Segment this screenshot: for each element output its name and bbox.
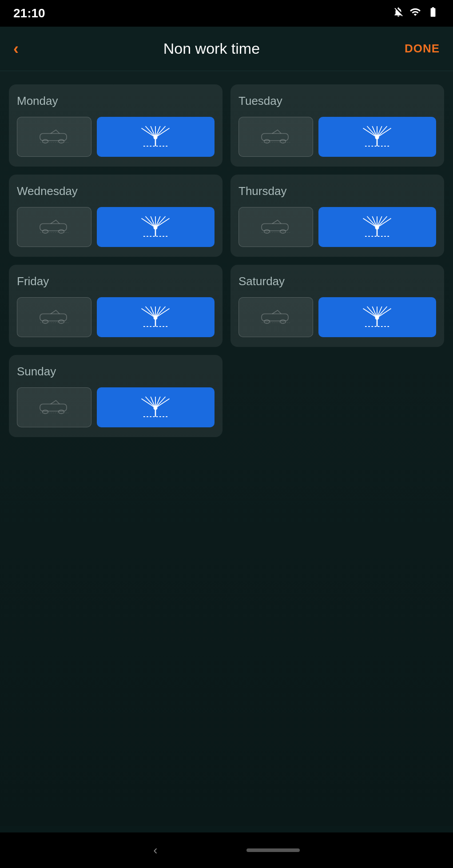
mower-icon-friday: [36, 307, 72, 328]
mower-icon-sunday: [36, 397, 72, 418]
header: ‹ Non work time DONE: [0, 27, 453, 71]
day-label-saturday: Saturday: [238, 275, 436, 288]
mower-icon-monday: [36, 126, 72, 148]
sprinkler-button-friday[interactable]: [97, 297, 215, 337]
day-card-thursday: Thursday: [230, 175, 444, 257]
day-card-saturday: Saturday: [230, 265, 444, 347]
mower-button-sunday[interactable]: [17, 387, 91, 427]
day-grid-row-3: Friday: [9, 265, 444, 347]
day-buttons-monday: [17, 117, 215, 157]
main-content: Monday: [0, 71, 453, 826]
day-card-monday: Monday: [9, 84, 223, 167]
back-button[interactable]: ‹: [13, 40, 19, 58]
sprinkler-button-saturday[interactable]: [318, 297, 436, 337]
day-label-monday: Monday: [17, 94, 215, 108]
svg-point-69: [154, 315, 158, 319]
svg-point-27: [375, 135, 379, 139]
sprinkler-button-wednesday[interactable]: [97, 207, 215, 247]
mower-button-thursday[interactable]: [238, 207, 313, 247]
status-icons: [393, 6, 440, 20]
sprinkler-button-tuesday[interactable]: [318, 117, 436, 157]
mower-button-saturday[interactable]: [238, 297, 313, 337]
page-title: Non work time: [163, 40, 260, 57]
day-grid-row-1: Monday: [9, 84, 444, 167]
sprinkler-icon-saturday: [357, 304, 397, 330]
sprinkler-icon-tuesday: [357, 124, 397, 150]
mower-button-wednesday[interactable]: [17, 207, 91, 247]
sprinkler-button-sunday[interactable]: [97, 387, 215, 427]
sprinkler-icon-sunday: [135, 394, 175, 421]
sprinkler-button-thursday[interactable]: [318, 207, 436, 247]
day-grid-row-4: Sunday: [9, 355, 444, 437]
mower-icon-tuesday: [258, 126, 294, 148]
day-label-thursday: Thursday: [238, 184, 436, 198]
status-bar: 21:10: [0, 0, 453, 27]
mower-icon-saturday: [258, 307, 294, 328]
battery-icon: [426, 6, 440, 20]
sprinkler-icon-wednesday: [135, 214, 175, 240]
status-time: 21:10: [13, 6, 45, 20]
day-card-wednesday: Wednesday: [9, 175, 223, 257]
day-label-wednesday: Wednesday: [17, 184, 215, 198]
mower-button-tuesday[interactable]: [238, 117, 313, 157]
day-buttons-thursday: [238, 207, 436, 247]
day-label-friday: Friday: [17, 275, 215, 288]
mower-button-monday[interactable]: [17, 117, 91, 157]
day-label-tuesday: Tuesday: [238, 94, 436, 108]
home-indicator[interactable]: [246, 848, 300, 852]
mower-icon-wednesday: [36, 216, 72, 238]
day-label-sunday: Sunday: [17, 365, 215, 378]
sprinkler-icon-monday: [135, 124, 175, 150]
bell-muted-icon: [393, 6, 404, 20]
svg-point-55: [375, 225, 379, 229]
day-buttons-sunday: [17, 387, 215, 427]
day-grid-row-2: Wednesday: [9, 175, 444, 257]
mower-button-friday[interactable]: [17, 297, 91, 337]
svg-point-97: [154, 406, 158, 410]
day-buttons-tuesday: [238, 117, 436, 157]
svg-point-13: [154, 135, 158, 139]
svg-point-41: [154, 225, 158, 229]
hedgehog-illustration: [359, 856, 444, 868]
day-card-friday: Friday: [9, 265, 223, 347]
svg-point-83: [375, 315, 379, 319]
done-button[interactable]: DONE: [405, 42, 440, 56]
sprinkler-icon-friday: [135, 304, 175, 330]
sprinkler-icon-thursday: [357, 214, 397, 240]
day-buttons-friday: [17, 297, 215, 337]
nav-back-button[interactable]: ‹: [153, 843, 157, 857]
day-buttons-wednesday: [17, 207, 215, 247]
day-card-sunday: Sunday: [9, 355, 223, 437]
mower-icon-thursday: [258, 216, 294, 238]
empty-cell: [230, 355, 444, 437]
day-buttons-saturday: [238, 297, 436, 337]
wifi-icon: [409, 6, 421, 20]
day-card-tuesday: Tuesday: [230, 84, 444, 167]
sprinkler-button-monday[interactable]: [97, 117, 215, 157]
